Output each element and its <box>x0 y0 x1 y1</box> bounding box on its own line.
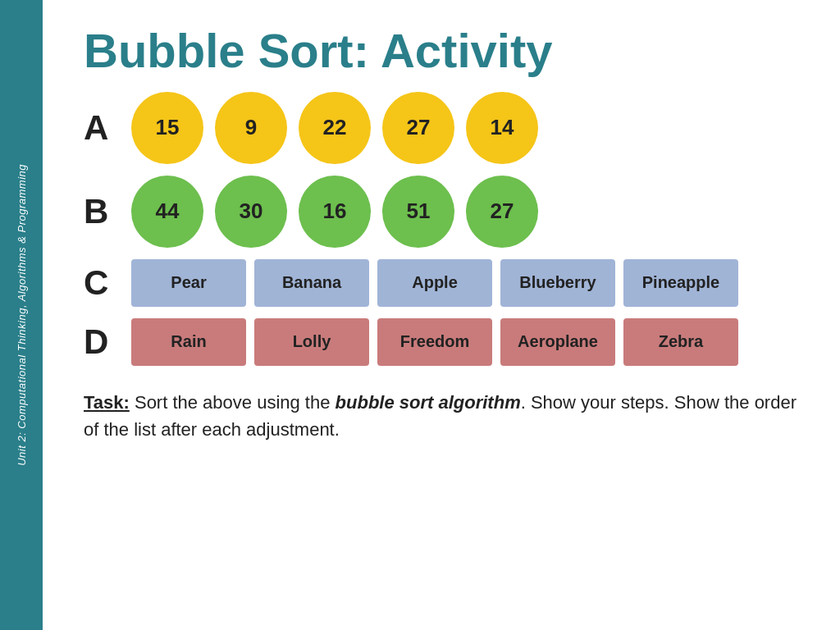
sidebar: Unit 2: Computational Thinking, Algorith… <box>0 0 43 630</box>
box-d-5: Zebra <box>623 318 738 366</box>
task-label: Task: <box>84 392 130 413</box>
page-title: Bubble Sort: Activity <box>84 25 799 77</box>
row-d-label: D <box>84 322 131 362</box>
box-d-2: Lolly <box>254 318 369 366</box>
box-c-3: Apple <box>377 259 492 307</box>
row-b-circles: 44 30 16 51 27 <box>131 176 538 248</box>
circle-b-2: 30 <box>215 176 287 248</box>
row-c: C Pear Banana Apple Blueberry Pineapple <box>84 259 799 307</box>
circle-a-1: 15 <box>131 92 203 164</box>
task-section: Task: Sort the above using the bubble so… <box>84 389 799 443</box>
row-d: D Rain Lolly Freedom Aeroplane Zebra <box>84 318 799 366</box>
sidebar-label: Unit 2: Computational Thinking, Algorith… <box>16 164 28 466</box>
circle-a-2: 9 <box>215 92 287 164</box>
circle-b-1: 44 <box>131 176 203 248</box>
box-c-2: Banana <box>254 259 369 307</box>
task-highlight: bubble sort algorithm <box>336 392 521 413</box>
row-a: A 15 9 22 27 14 <box>84 92 799 164</box>
circle-b-3: 16 <box>299 176 371 248</box>
main-content: Bubble Sort: Activity A 15 9 22 27 14 B … <box>43 0 840 630</box>
circle-b-4: 51 <box>382 176 454 248</box>
circle-a-5: 14 <box>466 92 538 164</box>
row-b: B 44 30 16 51 27 <box>84 176 799 248</box>
row-b-label: B <box>84 192 131 231</box>
row-d-boxes: Rain Lolly Freedom Aeroplane Zebra <box>131 318 738 366</box>
row-a-circles: 15 9 22 27 14 <box>131 92 538 164</box>
box-c-4: Blueberry <box>500 259 615 307</box>
task-text1: Sort the above using the <box>130 392 336 413</box>
box-d-4: Aeroplane <box>500 318 615 366</box>
row-a-label: A <box>84 108 131 148</box>
box-c-1: Pear <box>131 259 246 307</box>
circle-b-5: 27 <box>466 176 538 248</box>
row-c-boxes: Pear Banana Apple Blueberry Pineapple <box>131 259 738 307</box>
box-d-1: Rain <box>131 318 246 366</box>
box-c-5: Pineapple <box>623 259 738 307</box>
row-c-label: C <box>84 263 131 303</box>
box-d-3: Freedom <box>377 318 492 366</box>
circle-a-4: 27 <box>382 92 454 164</box>
circle-a-3: 22 <box>299 92 371 164</box>
